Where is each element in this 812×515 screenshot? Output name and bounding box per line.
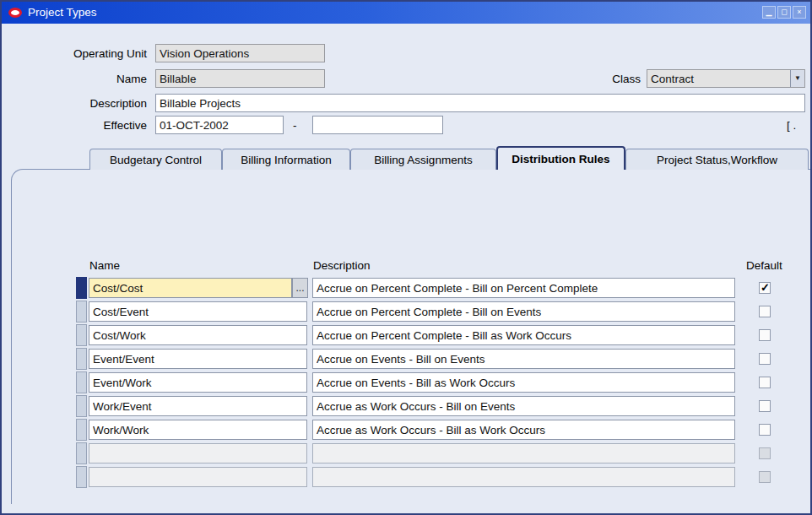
description-input[interactable] <box>312 325 735 345</box>
table-row <box>2 349 812 371</box>
table-row <box>2 325 812 347</box>
default-checkbox[interactable] <box>759 447 771 459</box>
name-input[interactable] <box>89 301 307 322</box>
description-input[interactable] <box>312 443 735 464</box>
name-input[interactable] <box>89 396 307 416</box>
window-title: Project Types <box>28 6 97 19</box>
description-input[interactable] <box>312 278 735 298</box>
class-field[interactable] <box>647 69 805 88</box>
default-checkbox[interactable] <box>759 377 771 388</box>
class-label: Class <box>559 73 641 85</box>
table-row <box>2 396 812 418</box>
name-input[interactable] <box>89 349 307 369</box>
minimize-icon[interactable]: ▁ <box>762 6 776 19</box>
column-header-description: Description <box>313 259 371 272</box>
description-input[interactable] <box>312 301 735 322</box>
name-input[interactable] <box>89 467 307 487</box>
effective-label: Effective <box>19 119 147 132</box>
description-label: Description <box>19 97 147 110</box>
name-input[interactable] <box>89 278 292 298</box>
table-row <box>2 420 812 442</box>
record-indicator[interactable] <box>76 324 87 346</box>
table-row <box>2 467 812 489</box>
name-input[interactable] <box>89 443 307 464</box>
effective-to-field[interactable] <box>312 116 443 134</box>
name-input[interactable] <box>89 325 307 345</box>
restore-icon[interactable]: ◻ <box>777 6 791 19</box>
record-indicator[interactable] <box>76 419 87 441</box>
table-row: ... <box>2 278 812 300</box>
name-label: Name <box>19 73 147 85</box>
column-header-name: Name <box>89 259 120 272</box>
effective-from-field[interactable] <box>155 116 284 134</box>
column-header-default: Default <box>746 259 782 272</box>
flexfield-bracket[interactable]: [ . <box>787 119 796 132</box>
window-controls: ▁ ◻ × <box>762 6 806 19</box>
tab-budgetary-control[interactable]: Budgetary Control <box>89 149 222 170</box>
close-icon[interactable]: × <box>793 6 806 19</box>
operating-unit-label: Operating Unit <box>19 47 147 60</box>
tab-distribution-rules[interactable]: Distribution Rules <box>496 146 625 170</box>
tab-billing-assignments[interactable]: Billing Assignments <box>350 149 496 170</box>
tab-project-status-workflow[interactable]: Project Status,Workflow <box>625 149 809 170</box>
record-indicator[interactable] <box>76 348 87 370</box>
class-select[interactable]: ▼ <box>647 69 805 88</box>
record-indicator[interactable] <box>76 466 87 488</box>
description-input[interactable] <box>312 372 735 393</box>
name-field[interactable] <box>155 69 325 88</box>
record-indicator[interactable] <box>76 301 87 323</box>
lov-ellipsis-button[interactable]: ... <box>292 278 308 298</box>
default-checkbox[interactable] <box>759 329 771 341</box>
description-input[interactable] <box>312 420 735 440</box>
default-checkbox[interactable] <box>759 400 771 412</box>
chevron-down-icon[interactable]: ▼ <box>790 70 804 87</box>
description-field[interactable] <box>155 94 805 112</box>
table-row <box>2 301 812 323</box>
description-input[interactable] <box>312 467 735 487</box>
record-indicator[interactable] <box>76 277 87 299</box>
tab-billing-information[interactable]: Billing Information <box>222 149 350 170</box>
record-indicator[interactable] <box>76 395 87 417</box>
table-row <box>2 443 812 465</box>
default-checkbox[interactable] <box>759 471 771 483</box>
table-row <box>2 372 812 394</box>
project-types-window: Project Types ▁ ◻ × Operating Unit Name … <box>0 0 812 515</box>
oracle-logo-icon <box>8 8 22 18</box>
record-indicator[interactable] <box>76 371 87 393</box>
name-input[interactable] <box>89 372 307 393</box>
default-checkbox[interactable] <box>759 424 771 436</box>
titlebar: Project Types ▁ ◻ × <box>2 2 810 24</box>
default-checkbox[interactable] <box>759 282 771 294</box>
record-indicator[interactable] <box>76 442 87 464</box>
default-checkbox[interactable] <box>759 306 771 317</box>
effective-separator: - <box>293 119 297 132</box>
description-input[interactable] <box>312 396 735 416</box>
default-checkbox[interactable] <box>759 353 771 365</box>
operating-unit-field[interactable] <box>155 44 325 62</box>
description-input[interactable] <box>312 349 735 369</box>
name-input[interactable] <box>89 420 307 440</box>
